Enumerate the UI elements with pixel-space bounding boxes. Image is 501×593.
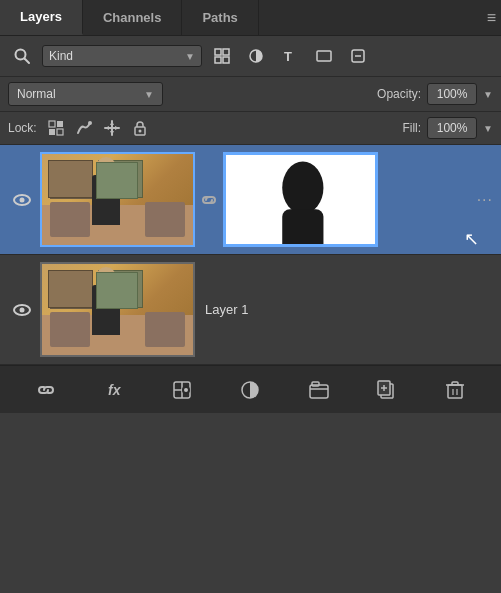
opacity-value[interactable]: 100%: [427, 83, 477, 105]
new-group-button[interactable]: [303, 374, 335, 406]
bottom-toolbar: fx: [0, 365, 501, 413]
svg-rect-12: [57, 121, 63, 127]
svg-rect-36: [448, 385, 462, 398]
layer-more-icon[interactable]: ···: [477, 191, 493, 209]
add-effect-button[interactable]: fx: [98, 374, 130, 406]
fill-label: Fill:: [402, 121, 421, 135]
blend-mode-label: Normal: [17, 87, 56, 101]
search-icon[interactable]: [8, 42, 36, 70]
shape-filter-icon[interactable]: [310, 42, 338, 70]
cursor-indicator: ↖: [464, 230, 479, 248]
tab-layers[interactable]: Layers: [0, 0, 83, 35]
svg-rect-2: [215, 49, 221, 55]
svg-marker-18: [110, 121, 114, 125]
svg-rect-4: [215, 57, 221, 63]
svg-rect-13: [49, 129, 55, 135]
opacity-group: Opacity: 100% ▼: [377, 83, 493, 105]
tab-paths[interactable]: Paths: [182, 0, 258, 35]
fill-value[interactable]: 100%: [427, 117, 477, 139]
delete-layer-button[interactable]: [439, 374, 471, 406]
svg-rect-31: [312, 382, 319, 386]
tab-layers-label: Layers: [20, 9, 62, 24]
new-adjustment-layer-button[interactable]: [234, 374, 266, 406]
svg-rect-8: [317, 51, 331, 61]
svg-rect-25: [282, 209, 323, 244]
layer-chain-icon: [195, 190, 223, 210]
tab-channels[interactable]: Channels: [83, 0, 183, 35]
fill-group: Fill: 100% ▼: [402, 117, 493, 139]
svg-rect-3: [223, 49, 229, 55]
lock-label: Lock:: [8, 121, 37, 135]
lock-transparent-icon[interactable]: [45, 117, 67, 139]
blend-mode-dropdown[interactable]: Normal ▼: [8, 82, 163, 106]
eye-icon: [13, 194, 31, 206]
add-mask-button[interactable]: [166, 374, 198, 406]
svg-rect-11: [49, 121, 55, 127]
layer-mask-thumbnail: [223, 152, 378, 247]
eye-icon: [13, 304, 31, 316]
svg-marker-20: [105, 126, 109, 130]
opacity-arrow[interactable]: ▼: [483, 89, 493, 100]
layer-item[interactable]: ··· ↖: [0, 145, 501, 255]
tab-paths-label: Paths: [202, 10, 237, 25]
layer-thumbnail: [40, 262, 195, 357]
svg-marker-19: [110, 131, 114, 135]
svg-point-24: [282, 162, 323, 214]
layer-thumbnail: [40, 152, 195, 247]
opacity-label: Opacity:: [377, 87, 421, 101]
smart-filter-icon[interactable]: [344, 42, 372, 70]
lock-image-pixels-icon[interactable]: [73, 117, 95, 139]
fill-arrow[interactable]: ▼: [483, 123, 493, 134]
layer-visibility-toggle[interactable]: [8, 194, 36, 206]
layer-visibility-toggle[interactable]: [8, 304, 36, 316]
kind-filter-dropdown[interactable]: Kind ▼: [42, 45, 202, 67]
layer-item[interactable]: Layer 1: [0, 255, 501, 365]
lock-all-icon[interactable]: [129, 117, 151, 139]
panel-options-icon[interactable]: ≡: [487, 9, 496, 27]
adjustment-filter-icon[interactable]: [242, 42, 270, 70]
svg-rect-14: [57, 129, 63, 135]
svg-line-1: [25, 59, 30, 64]
new-layer-button[interactable]: [371, 374, 403, 406]
kind-filter-arrow: ▼: [185, 51, 195, 62]
svg-marker-21: [115, 126, 119, 130]
blend-opacity-row: Normal ▼ Opacity: 100% ▼: [0, 77, 501, 112]
layers-list: ··· ↖ Layer 1: [0, 145, 501, 365]
kind-filter-label: Kind: [49, 49, 73, 63]
tab-channels-label: Channels: [103, 10, 162, 25]
svg-rect-5: [223, 57, 229, 63]
fx-label: fx: [108, 382, 120, 398]
filter-row: Kind ▼ T: [0, 36, 501, 77]
svg-rect-30: [310, 385, 328, 398]
link-layers-button[interactable]: [30, 374, 62, 406]
tabs-bar: Layers Channels Paths ≡: [0, 0, 501, 36]
text-filter-icon[interactable]: T: [276, 42, 304, 70]
svg-point-15: [88, 121, 92, 125]
svg-point-28: [184, 388, 188, 392]
lock-row: Lock: Fil: [0, 112, 501, 145]
svg-text:T: T: [284, 49, 292, 64]
layer-name: Layer 1: [195, 302, 248, 317]
blend-mode-arrow: ▼: [144, 89, 154, 100]
pixel-filter-icon[interactable]: [208, 42, 236, 70]
svg-point-23: [138, 130, 141, 133]
lock-position-icon[interactable]: [101, 117, 123, 139]
